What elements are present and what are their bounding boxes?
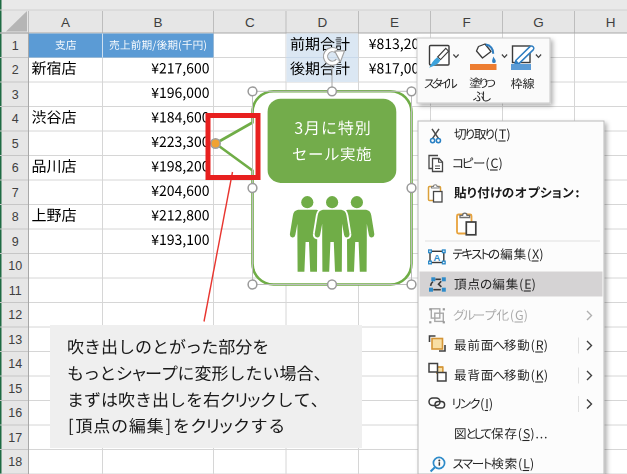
svg-text:3: 3 — [12, 88, 19, 102]
svg-text:13: 13 — [8, 333, 22, 347]
svg-text:12: 12 — [8, 308, 22, 322]
svg-text:B: B — [153, 15, 162, 30]
svg-text:18: 18 — [8, 455, 22, 469]
svg-text:A: A — [433, 252, 440, 263]
svg-text:G: G — [533, 15, 544, 30]
svg-text:16: 16 — [8, 406, 22, 420]
svg-text:11: 11 — [9, 284, 22, 298]
svg-text:17: 17 — [8, 431, 22, 445]
svg-text:A: A — [61, 15, 70, 30]
svg-text:D: D — [317, 15, 327, 30]
svg-text:15: 15 — [8, 382, 22, 396]
svg-text:9: 9 — [12, 235, 19, 249]
svg-text:7: 7 — [12, 186, 19, 200]
svg-text:8: 8 — [12, 210, 19, 224]
svg-text:5: 5 — [12, 137, 19, 151]
svg-text:10: 10 — [8, 259, 22, 273]
svg-text:E: E — [390, 15, 399, 30]
svg-text:14: 14 — [8, 357, 22, 371]
svg-text:C: C — [245, 15, 255, 30]
svg-text:4: 4 — [12, 112, 19, 126]
svg-text:6: 6 — [12, 161, 19, 175]
svg-text:F: F — [462, 15, 470, 30]
svg-text:H: H — [606, 15, 616, 30]
svg-text:1: 1 — [12, 39, 19, 53]
svg-text:2: 2 — [12, 63, 19, 77]
